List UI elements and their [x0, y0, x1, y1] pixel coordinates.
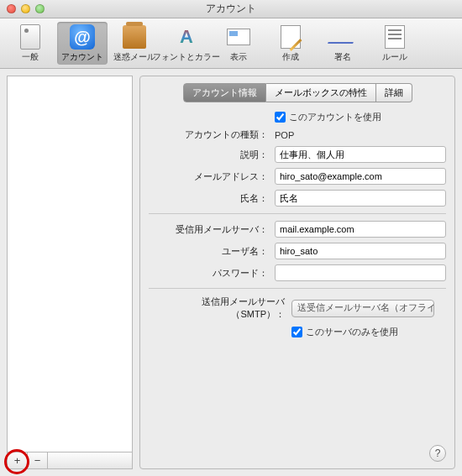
preferences-toolbar: 一般 @ アカウント 迷惑メール A フォントとカラー 表示 作成 署名 ルール [0, 18, 462, 69]
remove-account-button[interactable]: − [28, 452, 48, 468]
account-detail-panel: アカウント情報 メールボックスの特性 詳細 このアカウントを使用 アカウントの種… [139, 76, 455, 469]
window-title: アカウント [0, 2, 462, 16]
username-label: ユーザ名： [149, 245, 275, 258]
toolbar-label: フォントとカラー [153, 51, 220, 63]
window-controls [7, 4, 45, 13]
incoming-server-input[interactable] [275, 221, 446, 238]
email-input[interactable] [275, 168, 446, 185]
toolbar-item-general[interactable]: 一般 [5, 22, 55, 65]
switch-icon [17, 24, 44, 50]
sidebar-button-spacer [48, 452, 132, 468]
toolbar-item-accounts[interactable]: @ アカウント [57, 22, 108, 65]
font-icon: A [173, 24, 200, 50]
toolbar-item-signature[interactable]: 署名 [318, 22, 368, 65]
at-icon: @ [69, 24, 96, 50]
description-label: 説明： [149, 149, 275, 161]
smtp-server-select[interactable]: 送受信メールサーバ名（オフライ [291, 300, 434, 317]
accounts-list[interactable] [7, 76, 133, 452]
rules-icon [381, 24, 408, 50]
tab-advanced[interactable]: 詳細 [376, 83, 412, 102]
help-button[interactable]: ? [429, 445, 446, 462]
description-input[interactable] [275, 146, 446, 163]
password-label: パスワード： [149, 267, 275, 280]
fullname-input[interactable] [275, 190, 446, 207]
minimize-window-button[interactable] [21, 4, 30, 13]
enable-account-label: このアカウントを使用 [289, 111, 381, 123]
toolbar-label: アカウント [61, 51, 103, 63]
section-divider [149, 213, 446, 214]
password-input[interactable] [275, 264, 446, 281]
fullname-label: 氏名： [149, 192, 275, 205]
toolbar-label: 表示 [230, 51, 247, 63]
username-input[interactable] [275, 243, 446, 259]
window-titlebar: アカウント [0, 0, 462, 18]
toolbar-item-junk[interactable]: 迷惑メール [109, 22, 160, 65]
smtp-selected-value: 送受信メールサーバ名（オフライ [297, 302, 434, 314]
toolbar-item-compose[interactable]: 作成 [265, 22, 316, 65]
window-icon [225, 24, 252, 50]
email-label: メールアドレス： [149, 170, 275, 183]
detail-tabs: アカウント情報 メールボックスの特性 詳細 [149, 83, 446, 102]
signature-icon [329, 24, 356, 50]
accounts-sidebar: + − [7, 76, 133, 469]
close-window-button[interactable] [7, 4, 16, 13]
toolbar-label: 署名 [334, 51, 351, 63]
pencil-icon [277, 24, 304, 50]
smtp-server-label: 送信用メールサーバ（SMTP）： [149, 296, 291, 321]
toolbar-label: 一般 [22, 51, 39, 63]
section-divider [149, 288, 446, 289]
trash-icon [121, 24, 148, 50]
account-type-value: POP [275, 130, 446, 140]
incoming-server-label: 受信用メールサーバ： [149, 223, 275, 236]
zoom-window-button[interactable] [35, 4, 45, 13]
smtp-only-checkbox[interactable] [291, 327, 302, 337]
toolbar-label: 迷惑メール [113, 51, 155, 63]
account-type-label: アカウントの種類： [149, 128, 275, 141]
tab-mailbox-behavior[interactable]: メールボックスの特性 [266, 83, 376, 102]
smtp-only-label: このサーバのみを使用 [306, 326, 398, 338]
tab-account-info[interactable]: アカウント情報 [183, 83, 266, 102]
toolbar-item-fonts[interactable]: A フォントとカラー [161, 22, 212, 65]
toolbar-item-rules[interactable]: ルール [370, 22, 420, 65]
toolbar-item-viewing[interactable]: 表示 [213, 22, 264, 65]
add-account-button[interactable]: + [8, 452, 28, 468]
toolbar-label: ルール [382, 51, 407, 63]
enable-account-checkbox[interactable] [275, 112, 286, 123]
toolbar-label: 作成 [282, 51, 299, 63]
